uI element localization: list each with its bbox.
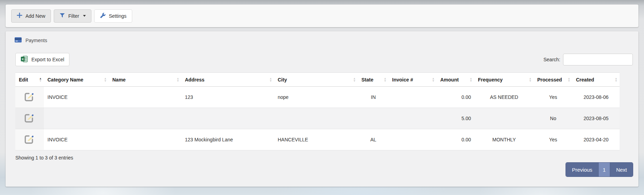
cell-amount: 5.00 xyxy=(437,108,474,129)
edit-pencil-icon xyxy=(23,119,35,125)
caret-down-icon xyxy=(83,15,86,17)
search-input[interactable] xyxy=(563,54,633,65)
cell-created: 2023-08-06 xyxy=(572,87,620,108)
column-header-amount[interactable]: Amount▲▼ xyxy=(437,73,474,87)
table-toolbar: X Export to Excel Search: xyxy=(15,53,633,67)
column-header-category-name[interactable]: Category Name▲▼ xyxy=(44,73,109,87)
edit-cell xyxy=(15,87,44,108)
edit-button[interactable] xyxy=(23,112,35,125)
plus-icon xyxy=(17,13,22,19)
cell-amount: 0.00 xyxy=(437,87,474,108)
panel-title: Payments xyxy=(25,38,47,43)
panel-header: Payments xyxy=(6,31,638,44)
sort-icon: ▲▼ xyxy=(39,77,42,82)
column-header-edit[interactable]: Edit▲▼ xyxy=(15,73,44,87)
edit-cell xyxy=(15,108,44,129)
cell-created: 2023-04-20 xyxy=(572,129,620,150)
cell-state: AL xyxy=(358,129,389,150)
sort-icon: ▲▼ xyxy=(615,77,617,82)
cell-processed: Yes xyxy=(534,129,572,150)
edit-pencil-icon xyxy=(23,141,35,146)
column-header-address[interactable]: Address▲▼ xyxy=(181,73,274,87)
cell-name xyxy=(109,129,181,150)
edit-button[interactable] xyxy=(23,91,35,103)
payments-panel: Payments X Export to Excel S xyxy=(6,31,638,187)
cell-city xyxy=(274,108,358,129)
excel-icon: X xyxy=(21,55,28,64)
settings-label: Settings xyxy=(109,13,127,19)
column-header-processed[interactable]: Processed▲▼ xyxy=(534,73,572,87)
sort-icon: ▲▼ xyxy=(177,77,179,82)
table-row: INVOICE 123 nope IN 0.00 AS NEEDED Yes 2… xyxy=(15,87,620,108)
pagination-row: Previous 1 Next xyxy=(15,163,633,177)
cell-city: HANCEVILLE xyxy=(274,129,358,150)
search-area: Search: xyxy=(544,54,633,65)
search-label: Search: xyxy=(544,57,560,62)
funnel-icon xyxy=(59,13,65,20)
column-header-city[interactable]: City▲▼ xyxy=(274,73,358,87)
cell-processed: No xyxy=(534,108,572,129)
entries-summary: Showing 1 to 3 of 3 entries xyxy=(15,155,633,161)
edit-pencil-icon xyxy=(23,98,35,103)
edit-cell xyxy=(15,129,44,150)
export-to-excel-button[interactable]: X Export to Excel xyxy=(15,53,69,66)
sort-icon: ▲▼ xyxy=(568,77,570,82)
edit-button[interactable] xyxy=(23,133,35,146)
pagination: Previous 1 Next xyxy=(566,163,633,177)
column-header-created[interactable]: Created▲▼ xyxy=(572,73,620,87)
column-header-frequency[interactable]: Frequency▲▼ xyxy=(474,73,534,87)
cell-city: nope xyxy=(274,87,358,108)
svg-text:X: X xyxy=(22,57,24,61)
top-toolbar: Add New Filter Settings xyxy=(6,5,638,27)
cell-address: 123 xyxy=(181,87,274,108)
panel-content: X Export to Excel Search: xyxy=(6,53,638,177)
table-header-row: Edit▲▼ Category Name▲▼ Name▲▼ Address▲▼ … xyxy=(15,73,620,87)
sort-icon: ▲▼ xyxy=(384,77,387,82)
add-new-label: Add New xyxy=(25,13,45,19)
add-new-button[interactable]: Add New xyxy=(11,9,51,23)
table-row: 5.00 No 2023-08-05 xyxy=(15,108,620,129)
column-header-name[interactable]: Name▲▼ xyxy=(109,73,181,87)
cell-category-name: INVOICE xyxy=(44,129,109,150)
sort-icon: ▲▼ xyxy=(269,77,272,82)
page-1-button[interactable]: 1 xyxy=(599,163,610,177)
table-row: INVOICE 123 Mockingbird Lane HANCEVILLE … xyxy=(15,129,620,150)
cell-frequency: MONTHLY xyxy=(474,129,534,150)
column-header-state[interactable]: State▲▼ xyxy=(358,73,389,87)
cell-frequency xyxy=(474,108,534,129)
payments-table: Edit▲▼ Category Name▲▼ Name▲▼ Address▲▼ … xyxy=(15,72,620,150)
cell-processed: Yes xyxy=(534,87,572,108)
sort-icon: ▲▼ xyxy=(353,77,356,82)
cell-name xyxy=(109,108,181,129)
cell-amount: 0.00 xyxy=(437,129,474,150)
sort-icon: ▲▼ xyxy=(470,77,472,82)
cell-frequency: AS NEEDED xyxy=(474,87,534,108)
export-label: Export to Excel xyxy=(31,57,64,62)
cell-invoice-number xyxy=(389,108,437,129)
previous-button[interactable]: Previous xyxy=(566,163,598,177)
cell-state: IN xyxy=(358,87,389,108)
cell-created: 2023-08-05 xyxy=(572,108,620,129)
sort-icon: ▲▼ xyxy=(529,77,532,82)
column-header-invoice-number[interactable]: Invoice #▲▼ xyxy=(389,73,437,87)
credit-card-icon xyxy=(15,37,22,44)
cell-category-name: INVOICE xyxy=(44,87,109,108)
filter-label: Filter xyxy=(68,13,79,19)
sort-icon: ▲▼ xyxy=(104,77,107,82)
sort-icon: ▲▼ xyxy=(432,77,435,82)
cell-category-name xyxy=(44,108,109,129)
cell-state xyxy=(358,108,389,129)
cell-invoice-number xyxy=(389,87,437,108)
page-background: Add New Filter Settings xyxy=(0,0,644,195)
cell-address xyxy=(181,108,274,129)
settings-button[interactable]: Settings xyxy=(94,9,132,23)
cell-invoice-number xyxy=(389,129,437,150)
next-button[interactable]: Next xyxy=(610,163,633,177)
cell-address: 123 Mockingbird Lane xyxy=(181,129,274,150)
filter-button[interactable]: Filter xyxy=(54,9,91,23)
wrench-icon xyxy=(100,13,106,20)
cell-name xyxy=(109,87,181,108)
